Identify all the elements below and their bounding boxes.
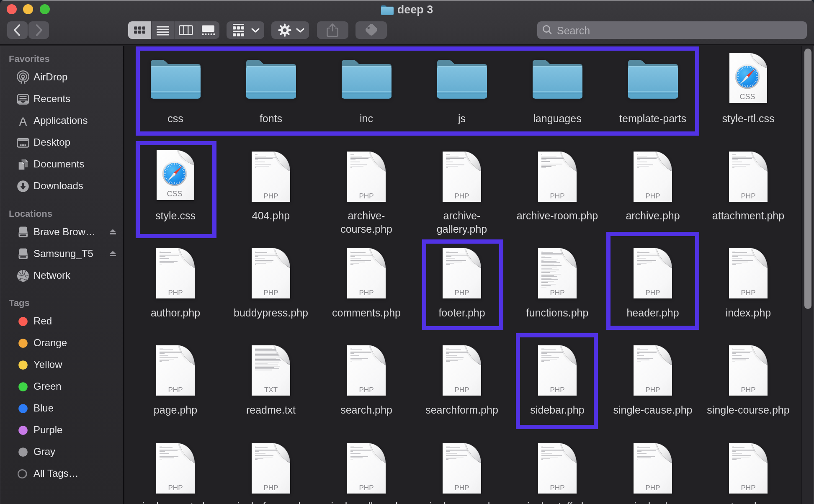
svg-text:PHP: PHP — [455, 386, 469, 394]
svg-text:PHP: PHP — [168, 289, 183, 297]
svg-text:PHP: PHP — [455, 192, 469, 200]
svg-text:CSS: CSS — [167, 190, 182, 198]
svg-text:PHP: PHP — [359, 484, 374, 492]
svg-text:PHP: PHP — [550, 192, 565, 200]
svg-text:PHP: PHP — [455, 289, 469, 297]
svg-text:TXT: TXT — [264, 386, 278, 394]
svg-text:PHP: PHP — [550, 484, 565, 492]
svg-text:PHP: PHP — [455, 484, 469, 492]
svg-text:PHP: PHP — [741, 484, 756, 492]
svg-text:PHP: PHP — [359, 192, 374, 200]
svg-text:PHP: PHP — [550, 386, 565, 394]
svg-text:PHP: PHP — [646, 484, 660, 492]
svg-text:PHP: PHP — [741, 289, 756, 297]
svg-text:PHP: PHP — [359, 386, 374, 394]
svg-text:PHP: PHP — [741, 192, 756, 200]
svg-text:PHP: PHP — [646, 192, 660, 200]
svg-text:PHP: PHP — [264, 192, 278, 200]
svg-text:PHP: PHP — [741, 386, 756, 394]
svg-text:PHP: PHP — [168, 484, 183, 492]
svg-text:PHP: PHP — [264, 484, 278, 492]
svg-text:PHP: PHP — [550, 289, 565, 297]
svg-text:PHP: PHP — [264, 289, 278, 297]
svg-text:PHP: PHP — [646, 289, 660, 297]
svg-text:PHP: PHP — [168, 386, 183, 394]
svg-text:PHP: PHP — [359, 289, 374, 297]
svg-text:CSS: CSS — [739, 93, 755, 101]
svg-text:PHP: PHP — [646, 386, 660, 394]
